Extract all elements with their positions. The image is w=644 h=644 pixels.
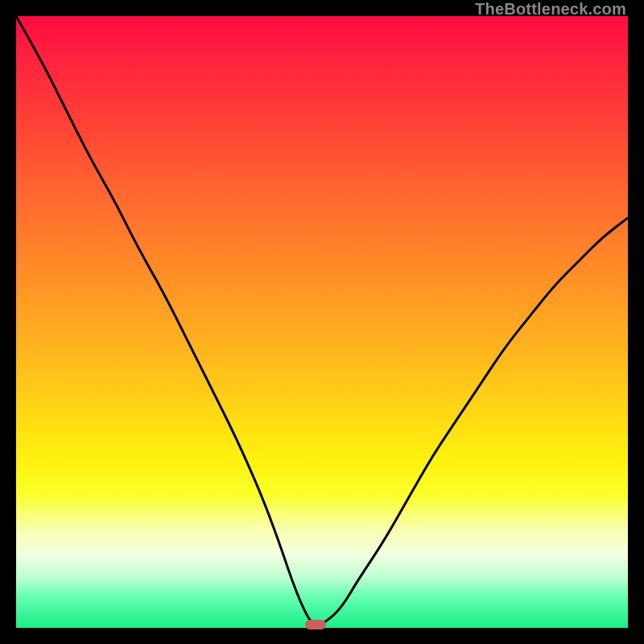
- chart-frame: TheBottleneck.com: [0, 0, 644, 644]
- bottleneck-curve: [16, 16, 628, 628]
- plot-area: [16, 16, 628, 628]
- optimal-marker: [305, 620, 326, 630]
- curve-path: [16, 16, 628, 625]
